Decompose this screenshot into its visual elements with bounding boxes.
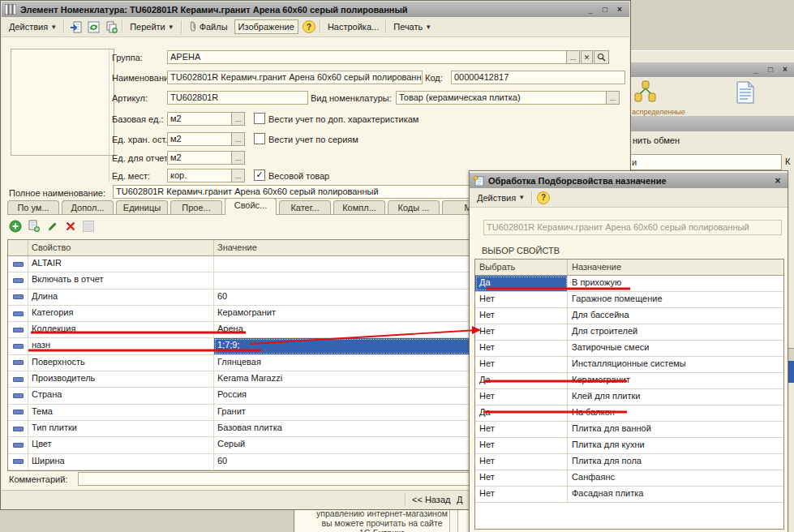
name-field[interactable]: TU602801R Керамич.гранит Арена 60x60 сер… (167, 71, 423, 84)
purpose-name-cell[interactable]: Для бассейна (568, 308, 783, 324)
add-copy-button[interactable] (28, 220, 41, 233)
select-flag-cell[interactable]: Нет (475, 422, 568, 437)
purpose-name-cell[interactable]: Инсталляционные системы (568, 357, 783, 372)
purpose-name-cell[interactable]: Плитка для ванной (568, 422, 783, 437)
purpose-name-cell[interactable]: Плитка для кухни (568, 438, 783, 453)
tab-3[interactable]: Единицы (116, 200, 168, 215)
save-button[interactable] (68, 20, 83, 34)
copy-button[interactable] (104, 20, 118, 34)
purpose-row[interactable]: НетКлей для плитки (475, 389, 783, 405)
property-name-cell[interactable]: назн (28, 338, 214, 354)
property-name-cell[interactable]: ALTAIR (28, 256, 214, 272)
purpose-row[interactable]: ДаНа балкон (475, 405, 783, 422)
refresh-button[interactable] (86, 20, 101, 34)
purpose-row[interactable]: НетПлитка для ванной (475, 422, 783, 438)
files-button[interactable]: Файлы (186, 19, 231, 34)
document-icon[interactable] (734, 80, 757, 105)
back-button[interactable]: << Назад (412, 495, 450, 504)
help-button[interactable]: ? (302, 20, 316, 34)
tab-7[interactable]: Компл... (333, 200, 385, 215)
select-flag-cell[interactable]: Да (475, 405, 568, 421)
nom-type-field[interactable]: Товар (керамическая плитка) (396, 91, 607, 105)
purpose-row[interactable]: НетДля строителей (475, 324, 783, 341)
purpose-name-cell[interactable]: На балкон (568, 405, 783, 421)
report-unit-field[interactable]: м2 (167, 151, 232, 165)
maximize-icon[interactable]: □ (599, 4, 612, 15)
place-unit-select-button[interactable]: ... (231, 169, 245, 182)
item-image-placeholder[interactable] (11, 49, 114, 156)
property-name-cell[interactable]: Включать в отчет (28, 272, 214, 288)
select-flag-cell[interactable]: Нет (475, 454, 568, 470)
select-flag-cell[interactable]: Нет (475, 324, 568, 340)
select-flag-cell[interactable]: Да (475, 373, 568, 388)
purpose-row[interactable]: НетПлитка для кухни (475, 438, 783, 454)
tab-1[interactable]: По ум... (7, 200, 59, 215)
purpose-name-cell[interactable]: Керамогранит (568, 373, 783, 388)
select-flag-cell[interactable]: Да (475, 276, 568, 291)
place-unit-field[interactable]: кор. (167, 169, 232, 182)
purpose-row[interactable]: НетФасадная плитка (475, 487, 783, 503)
nom-type-select-button[interactable]: ... (606, 91, 620, 105)
close-icon[interactable]: × (779, 64, 792, 75)
minimize-icon[interactable]: _ (584, 4, 597, 15)
tab-4[interactable]: Прое... (170, 200, 222, 215)
purpose-name-cell[interactable]: Фасадная плитка (568, 487, 783, 502)
select-flag-cell[interactable]: Нет (475, 292, 568, 307)
tab-5[interactable]: Свойс... (225, 198, 277, 215)
purpose-row[interactable]: НетСанфаянс (475, 470, 783, 487)
select-flag-cell[interactable]: Нет (475, 389, 568, 405)
series-checkbox[interactable] (254, 133, 265, 144)
purpose-name-cell[interactable]: В прихожую (568, 276, 783, 291)
purpose-row[interactable]: НетИнсталляционные системы (475, 357, 783, 373)
select-flag-cell[interactable]: Нет (475, 341, 568, 356)
property-name-cell[interactable]: Страна (28, 388, 214, 403)
tab-8[interactable]: Коды ... (388, 200, 440, 215)
group-field[interactable]: АРЕНА (167, 50, 567, 64)
actions-menu-button[interactable]: Действия▼ (6, 20, 60, 33)
report-unit-select-button[interactable]: ... (231, 151, 245, 165)
property-name-cell[interactable]: Поверхность (28, 355, 214, 371)
group-open-button[interactable] (594, 50, 609, 64)
goto-menu-button[interactable]: Перейти▼ (127, 20, 178, 33)
picker-titlebar[interactable]: Обработка Подборсвойства назначение × (470, 173, 788, 188)
purpose-name-cell[interactable]: Санфаянс (568, 470, 783, 486)
store-unit-field[interactable]: м2 (167, 132, 232, 146)
purpose-row[interactable]: НетПлитка для пола (475, 454, 783, 470)
purpose-row[interactable]: ДаВ прихожую (475, 276, 783, 292)
purpose-name-cell[interactable]: Затирочные смеси (568, 341, 783, 356)
purpose-name-cell[interactable]: Клей для плитки (568, 389, 783, 405)
addl-characteristics-checkbox[interactable] (254, 113, 265, 124)
distributed-database-icon[interactable] (633, 80, 658, 105)
article-field[interactable]: TU602801R (167, 91, 308, 105)
image-toggle-button[interactable]: Изображение (234, 19, 298, 34)
purpose-row[interactable]: НетГаражное помещение (475, 292, 783, 308)
property-name-cell[interactable]: Коллекция (28, 322, 214, 337)
maximize-icon[interactable]: □ (764, 64, 777, 75)
property-name-cell[interactable]: Тип плитки (28, 421, 214, 436)
select-flag-cell[interactable]: Нет (475, 438, 568, 453)
background-input-fragment[interactable]: и (629, 154, 782, 170)
select-flag-cell[interactable]: Нет (475, 357, 568, 372)
purpose-name-cell[interactable]: Для строителей (568, 324, 783, 340)
property-name-cell[interactable]: Ширина (28, 454, 214, 470)
purpose-row[interactable]: ДаКерамогранит (475, 373, 783, 389)
group-select-button[interactable]: ... (566, 50, 580, 64)
base-unit-field[interactable]: м2 (167, 112, 232, 126)
purpose-name-cell[interactable]: Плитка для пола (568, 454, 783, 470)
base-unit-select-button[interactable]: ... (231, 112, 245, 126)
select-flag-cell[interactable]: Нет (475, 487, 568, 502)
select-flag-cell[interactable]: Нет (475, 308, 568, 324)
property-name-cell[interactable]: Цвет (28, 437, 214, 453)
purpose-row[interactable]: НетЗатирочные смеси (475, 341, 783, 357)
delete-button[interactable] (65, 221, 76, 232)
tab-6[interactable]: Катег... (279, 200, 331, 215)
add-button[interactable] (9, 220, 22, 233)
actions-menu-button[interactable]: Действия▼ (474, 191, 528, 204)
tab-2[interactable]: Допол... (62, 200, 114, 215)
next-button-fragment[interactable]: Д (457, 495, 462, 504)
store-unit-select-button[interactable]: ... (231, 132, 245, 146)
close-icon[interactable]: × (613, 4, 626, 15)
settings-button[interactable]: Настройка... (324, 20, 382, 33)
property-name-cell[interactable]: Тема (28, 405, 214, 420)
property-name-cell[interactable]: Длина (28, 290, 214, 305)
